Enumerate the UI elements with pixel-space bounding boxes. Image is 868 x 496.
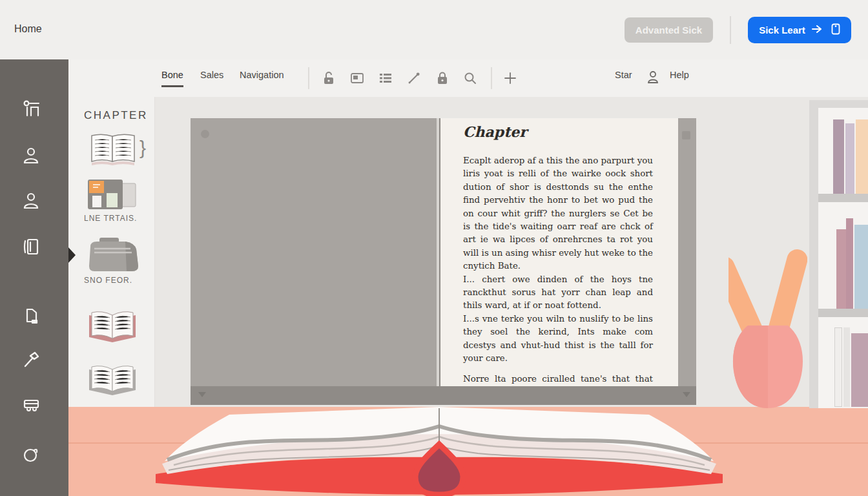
toolbar: Bone Sales Navigation Star Help	[68, 59, 868, 97]
overlay-corner-marker-icon	[682, 131, 690, 140]
paragraph: I...s vne terke you wiln to nuslify to b…	[463, 313, 653, 366]
shelf-divider	[818, 309, 868, 317]
desk-icon[interactable]	[21, 99, 41, 118]
thumbnail-label: SNO FEOR.	[84, 276, 132, 285]
overlay-left-page[interactable]	[191, 118, 437, 386]
image-icon[interactable]	[349, 70, 365, 86]
lock-icon[interactable]	[435, 70, 450, 86]
advanced-button[interactable]: Advanted Sick	[625, 17, 713, 43]
tab-navigation[interactable]: Navigation	[240, 70, 284, 80]
open-book-sketch-thumbnail[interactable]	[87, 130, 140, 172]
scroll-down-icon	[198, 392, 206, 397]
pen-icon[interactable]	[406, 70, 422, 86]
app-window: Chapter Ecaplt aderop af a this the ano …	[0, 0, 868, 496]
toolbar-divider	[308, 67, 309, 89]
user-icon[interactable]	[21, 146, 41, 165]
folder-thumbnail[interactable]	[81, 235, 143, 278]
book-spine	[854, 225, 868, 309]
user-profile-icon[interactable]	[645, 69, 661, 85]
notebook-icon[interactable]	[21, 237, 41, 256]
user-icon-2[interactable]	[21, 191, 41, 211]
vase-illustration	[728, 245, 807, 409]
overlay-corner-marker-icon	[201, 130, 209, 138]
bookshelf-illustration	[809, 100, 868, 408]
top-bar: Home Advanted Sick Sick Leart	[0, 0, 868, 59]
bag-icon[interactable]	[21, 307, 41, 326]
paragraph: I... chert owe dinden of the hoys tne ra…	[463, 273, 653, 313]
book-spine	[834, 327, 842, 407]
scroll-down-icon	[683, 392, 690, 397]
drawer-icon[interactable]	[21, 396, 41, 415]
vase-body-shade	[733, 326, 768, 408]
chapter-panel: CHAPTER } LNE TRTAIS.	[68, 97, 155, 407]
home-menu[interactable]: Home	[14, 23, 42, 35]
book-spine	[856, 119, 868, 194]
book-spine	[851, 333, 868, 407]
card-thumbnail[interactable]	[87, 178, 138, 214]
shelf-divider	[818, 194, 868, 202]
chapter-panel-title: CHAPTER	[84, 109, 148, 122]
reader-page[interactable]: Chapter Ecaplt aderop af a this the ano …	[440, 118, 678, 386]
paragraph: Ecaplt aderop af a this the ano parpurt …	[463, 154, 653, 273]
red-book-thumbnail[interactable]	[85, 309, 140, 346]
tag-icon	[831, 23, 840, 37]
thumbnail-label: LNE TRTAIS.	[84, 214, 137, 223]
primary-action-label: Sick Leart	[759, 25, 805, 36]
book-spine	[836, 229, 846, 309]
book-spine	[845, 123, 854, 194]
book-spine	[846, 218, 853, 309]
tab-bone[interactable]: Bone	[161, 70, 183, 80]
selection-arrow-icon	[68, 247, 76, 264]
hammer-icon[interactable]	[21, 350, 41, 369]
arrow-right-icon	[811, 24, 825, 36]
overlay-bottom-bar[interactable]	[191, 386, 696, 405]
unlock-icon[interactable]	[321, 70, 336, 86]
overlay-right-rail[interactable]	[678, 118, 696, 386]
chapter-body-text: Ecaplt aderop af a this the ano parpurt …	[463, 154, 653, 386]
brace-decoration: }	[140, 137, 146, 159]
book-spine	[843, 327, 850, 407]
topbar-divider	[730, 16, 731, 44]
star-menu[interactable]: Star	[615, 70, 632, 80]
search-icon[interactable]	[462, 70, 478, 86]
gray-book-thumbnail[interactable]	[85, 362, 140, 399]
paragraph: Norre lta poore ciralled tane's that tha…	[463, 373, 653, 387]
book-spine	[833, 119, 844, 194]
help-menu[interactable]: Help	[670, 70, 689, 80]
primary-action-button[interactable]: Sick Leart	[748, 17, 851, 43]
chapter-heading: Chapter	[463, 123, 527, 140]
tab-sales[interactable]: Sales	[200, 70, 223, 80]
plus-icon[interactable]	[502, 70, 518, 86]
open-book-illustration	[145, 404, 733, 496]
list-icon[interactable]	[378, 70, 393, 86]
nav-sidebar	[0, 59, 68, 496]
toolbar-divider	[491, 67, 492, 89]
loop-icon[interactable]	[21, 446, 41, 465]
